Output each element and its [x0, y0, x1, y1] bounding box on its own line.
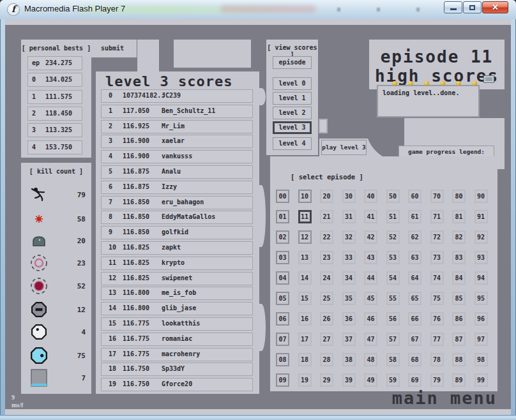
episode-cell-21[interactable]: 21: [320, 210, 333, 223]
episode-cell-50[interactable]: 50: [386, 190, 400, 203]
episode-cell-18[interactable]: 18: [298, 353, 312, 366]
episode-cell-13[interactable]: 13: [298, 251, 312, 264]
episode-cell-11[interactable]: 11: [298, 210, 312, 223]
episode-cell-99[interactable]: 99: [474, 373, 488, 387]
episode-cell-31[interactable]: 31: [342, 210, 356, 223]
episode-cell-74[interactable]: 74: [430, 271, 444, 285]
episode-cell-79[interactable]: 79: [430, 373, 444, 387]
episode-cell-90[interactable]: 90: [474, 190, 488, 203]
episode-cell-56[interactable]: 56: [386, 312, 400, 326]
episode-cell-19[interactable]: 19: [298, 373, 312, 387]
episode-cell-55[interactable]: 55: [386, 292, 400, 305]
episode-cell-61[interactable]: 61: [408, 210, 421, 223]
episode-cell-20[interactable]: 20: [320, 190, 333, 203]
episode-cell-02[interactable]: 02: [276, 230, 289, 244]
episode-cell-97[interactable]: 97: [474, 333, 488, 346]
episode-cell-57[interactable]: 57: [386, 333, 400, 346]
episode-cell-30[interactable]: 30: [342, 190, 356, 203]
minimize-button[interactable]: [444, 1, 462, 13]
episode-cell-47[interactable]: 47: [364, 333, 377, 346]
episode-cell-86[interactable]: 86: [452, 312, 466, 326]
episode-cell-39[interactable]: 39: [342, 373, 356, 387]
episode-cell-23[interactable]: 23: [320, 251, 333, 264]
screenshot-icon[interactable]: [483, 75, 494, 83]
view-scores-button-level-2[interactable]: level 2: [273, 107, 312, 119]
episode-cell-94[interactable]: 94: [474, 271, 488, 285]
close-button[interactable]: ✕: [482, 1, 508, 13]
episode-cell-59[interactable]: 59: [386, 373, 400, 387]
episode-cell-46[interactable]: 46: [364, 312, 377, 326]
titlebar[interactable]: f Macromedia Flash Player 7 ✕: [0, 0, 516, 19]
view-scores-button-level-4[interactable]: level 4: [273, 137, 312, 150]
episode-cell-07[interactable]: 07: [276, 333, 289, 346]
episode-cell-34[interactable]: 34: [342, 271, 356, 285]
episode-cell-68[interactable]: 68: [408, 353, 421, 366]
episode-cell-70[interactable]: 70: [430, 190, 444, 203]
episode-cell-38[interactable]: 38: [342, 353, 356, 366]
episode-cell-16[interactable]: 16: [298, 312, 312, 326]
episode-cell-40[interactable]: 40: [364, 190, 377, 203]
episode-cell-44[interactable]: 44: [364, 271, 377, 285]
episode-cell-82[interactable]: 82: [452, 230, 466, 244]
episode-cell-93[interactable]: 93: [474, 251, 488, 264]
episode-cell-49[interactable]: 49: [364, 373, 377, 387]
episode-cell-09[interactable]: 09: [276, 373, 289, 387]
episode-cell-71[interactable]: 71: [430, 210, 444, 223]
view-scores-button-level-1[interactable]: level 1: [273, 92, 312, 105]
episode-cell-45[interactable]: 45: [364, 292, 377, 305]
episode-cell-03[interactable]: 03: [276, 251, 289, 264]
episode-cell-98[interactable]: 98: [474, 353, 488, 366]
episode-cell-87[interactable]: 87: [452, 333, 466, 346]
episode-cell-04[interactable]: 04: [276, 271, 289, 285]
maximize-button[interactable]: [463, 1, 482, 13]
episode-cell-65[interactable]: 65: [408, 292, 421, 305]
episode-cell-33[interactable]: 33: [342, 251, 356, 264]
episode-cell-72[interactable]: 72: [430, 230, 444, 244]
episode-cell-25[interactable]: 25: [320, 292, 333, 305]
episode-cell-06[interactable]: 06: [276, 312, 289, 326]
episode-cell-95[interactable]: 95: [474, 292, 488, 305]
episode-cell-05[interactable]: 05: [276, 292, 289, 305]
episode-cell-14[interactable]: 14: [298, 271, 312, 285]
episode-cell-10[interactable]: 10: [298, 190, 312, 203]
episode-cell-69[interactable]: 69: [408, 373, 421, 387]
episode-cell-91[interactable]: 91: [474, 210, 488, 223]
episode-cell-28[interactable]: 28: [320, 353, 333, 366]
episode-cell-81[interactable]: 81: [452, 210, 466, 223]
episode-cell-66[interactable]: 66: [408, 312, 421, 326]
episode-cell-62[interactable]: 62: [408, 230, 421, 244]
episode-cell-78[interactable]: 78: [430, 353, 444, 366]
episode-cell-75[interactable]: 75: [430, 292, 444, 305]
episode-cell-92[interactable]: 92: [474, 230, 488, 244]
episode-cell-52[interactable]: 52: [386, 230, 400, 244]
episode-cell-00[interactable]: 00: [276, 190, 289, 203]
view-scores-button-episode[interactable]: episode: [273, 56, 312, 69]
episode-cell-26[interactable]: 26: [320, 312, 333, 326]
episode-cell-85[interactable]: 85: [452, 292, 466, 305]
episode-cell-42[interactable]: 42: [364, 230, 377, 244]
episode-cell-67[interactable]: 67: [408, 333, 421, 346]
episode-cell-96[interactable]: 96: [474, 312, 488, 326]
episode-cell-58[interactable]: 58: [386, 353, 400, 366]
episode-cell-53[interactable]: 53: [386, 251, 400, 264]
view-scores-button-level-3[interactable]: level 3: [273, 121, 312, 134]
episode-cell-54[interactable]: 54: [386, 271, 400, 285]
play-level-button[interactable]: play level 3: [321, 140, 367, 155]
episode-cell-36[interactable]: 36: [342, 312, 356, 326]
episode-cell-29[interactable]: 29: [320, 373, 333, 387]
episode-cell-83[interactable]: 83: [452, 251, 466, 264]
view-scores-button-level-0[interactable]: level 0: [273, 77, 312, 90]
episode-cell-84[interactable]: 84: [452, 271, 466, 285]
episode-cell-12[interactable]: 12: [298, 230, 312, 244]
episode-cell-41[interactable]: 41: [364, 210, 377, 223]
episode-cell-77[interactable]: 77: [430, 333, 444, 346]
episode-cell-22[interactable]: 22: [320, 230, 333, 244]
episode-cell-63[interactable]: 63: [408, 251, 421, 264]
episode-cell-64[interactable]: 64: [408, 271, 421, 285]
episode-cell-60[interactable]: 60: [408, 190, 421, 203]
episode-cell-48[interactable]: 48: [364, 353, 377, 366]
episode-cell-88[interactable]: 88: [452, 353, 466, 366]
episode-cell-89[interactable]: 89: [452, 373, 466, 387]
episode-cell-35[interactable]: 35: [342, 292, 356, 305]
episode-cell-01[interactable]: 01: [276, 210, 289, 223]
